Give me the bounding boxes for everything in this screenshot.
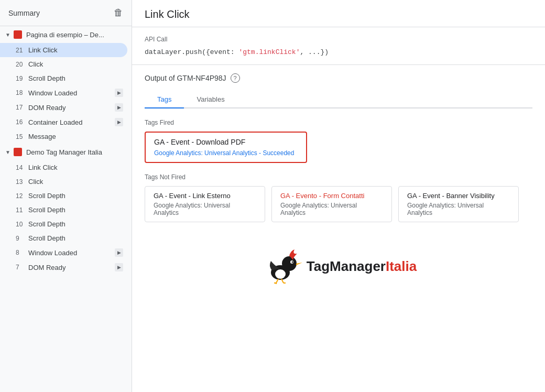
- main-panel: Link Click API Call dataLayer.push({even…: [132, 0, 545, 392]
- sidebar-item-16-container-loaded[interactable]: 16 Container Loaded ▶: [0, 115, 132, 129]
- logo-text-main: TagManager: [307, 258, 386, 274]
- badge-icon: ▶: [115, 118, 123, 126]
- tab-tags[interactable]: Tags: [145, 91, 184, 108]
- item-label: Click: [28, 178, 123, 186]
- tag-not-fired-card-2[interactable]: GA - Event - Banner Visibility Google An…: [398, 186, 519, 222]
- main-content: API Call dataLayer.push({event: 'gtm.lin…: [132, 27, 545, 392]
- code-prefix: dataLayer.push({event:: [145, 48, 238, 56]
- badge-icon: ▶: [115, 248, 123, 257]
- page-title: Link Click: [145, 8, 532, 20]
- item-num: 10: [16, 221, 28, 228]
- chevron-down-icon: ▼: [5, 32, 10, 38]
- tags-fired-label: Tags Fired: [145, 119, 532, 126]
- tabs: Tags Variables: [145, 91, 532, 108]
- sidebar-item-8-window-loaded[interactable]: 8 Window Loaded ▶: [0, 245, 132, 260]
- sidebar-item-13-click[interactable]: 13 Click: [0, 175, 132, 189]
- item-num: 8: [16, 249, 28, 256]
- group2-icon: [14, 148, 22, 156]
- svg-line-5: [276, 279, 278, 283]
- group2-items: 14 Link Click 13 Click 12 Scroll Depth 1…: [0, 160, 132, 275]
- item-label: DOM Ready: [28, 104, 113, 112]
- item-label: DOM Ready: [28, 264, 113, 271]
- item-num: 20: [16, 61, 28, 68]
- badge-icon: ▶: [115, 263, 123, 271]
- badge-icon: ▶: [115, 89, 123, 97]
- api-call-section: API Call dataLayer.push({event: 'gtm.lin…: [132, 27, 545, 65]
- item-label: Window Loaded: [28, 249, 113, 257]
- item-label: Scroll Depth: [28, 74, 123, 82]
- item-num: 14: [16, 164, 28, 171]
- item-label: Window Loaded: [28, 89, 113, 97]
- output-title: Output of GTM-NF4P98J: [145, 74, 226, 82]
- group1-items: 21 Link Click 20 Click 19 Scroll Depth 1…: [0, 43, 132, 144]
- tag-not-fired-card-1[interactable]: GA - Evento - Form Contatti Google Analy…: [271, 186, 392, 222]
- item-num: 18: [16, 89, 28, 96]
- group1-icon: [14, 30, 22, 39]
- item-num: 7: [16, 264, 28, 271]
- tag-not-fired-card-0[interactable]: GA - Event - Link Esterno Google Analyti…: [145, 186, 265, 222]
- sidebar-item-9-scroll-depth[interactable]: 9 Scroll Depth: [0, 231, 132, 245]
- sidebar: Summary 🗑 ▼ Pagina di esempio – De... 21…: [0, 0, 132, 392]
- svg-point-4: [291, 262, 293, 263]
- tag-not-fired-name-0: GA - Event - Link Esterno: [154, 192, 256, 200]
- sidebar-item-14-link-click[interactable]: 14 Link Click: [0, 160, 132, 175]
- sidebar-title: Summary: [8, 9, 40, 17]
- item-label: Scroll Depth: [28, 220, 123, 228]
- tag-not-fired-desc-1: Google Analytics: Universal Analytics: [280, 202, 383, 216]
- logo-text-accent: Italia: [386, 258, 417, 274]
- output-section: Output of GTM-NF4P98J ? Tags Variables T…: [132, 65, 545, 308]
- code-suffix: , ...}): [300, 48, 329, 56]
- tag-not-fired-desc-0: Google Analytics: Universal Analytics: [154, 202, 256, 216]
- item-label: Scroll Depth: [28, 234, 123, 242]
- svg-point-2: [282, 256, 297, 271]
- tag-not-fired-name-2: GA - Event - Banner Visibility: [407, 192, 510, 200]
- item-num: 21: [16, 47, 28, 54]
- tag-not-fired-desc-2: Google Analytics: Universal Analytics: [407, 202, 510, 216]
- group1-header[interactable]: ▼ Pagina di esempio – De...: [0, 26, 132, 43]
- code-string: 'gtm.linkClick': [238, 48, 300, 56]
- sidebar-item-11-scroll-depth[interactable]: 11 Scroll Depth: [0, 203, 132, 217]
- sidebar-item-17-dom-ready[interactable]: 17 DOM Ready ▶: [0, 100, 132, 115]
- item-label: Message: [28, 133, 123, 140]
- sidebar-item-21-link-click[interactable]: 21 Link Click: [0, 43, 127, 57]
- logo-area: TagManagerItalia: [145, 233, 532, 300]
- logo-text: TagManagerItalia: [307, 258, 417, 275]
- item-num: 15: [16, 133, 28, 140]
- api-call-code: dataLayer.push({event: 'gtm.linkClick', …: [145, 48, 532, 56]
- output-header: Output of GTM-NF4P98J ?: [145, 73, 532, 83]
- item-label: Link Click: [28, 46, 119, 54]
- svg-point-1: [275, 269, 286, 279]
- badge-icon: ▶: [115, 103, 123, 112]
- tab-variables[interactable]: Variables: [184, 91, 237, 108]
- tag-fired-card[interactable]: GA - Event - Download PDF Google Analyti…: [145, 132, 307, 163]
- sidebar-item-7-dom-ready[interactable]: 7 DOM Ready ▶: [0, 260, 132, 275]
- help-icon[interactable]: ?: [231, 73, 240, 83]
- chevron-down-icon: ▼: [5, 149, 10, 155]
- group2-header[interactable]: ▼ Demo Tag Manager Italia: [0, 144, 132, 160]
- main-header: Link Click: [132, 0, 545, 27]
- tags-not-fired-grid: GA - Event - Link Esterno Google Analyti…: [145, 186, 532, 222]
- item-num: 16: [16, 118, 28, 126]
- item-num: 12: [16, 192, 28, 200]
- sidebar-item-18-window-loaded[interactable]: 18 Window Loaded ▶: [0, 85, 132, 100]
- tags-not-fired-label: Tags Not Fired: [145, 173, 532, 181]
- item-num: 9: [16, 235, 28, 242]
- item-label: Click: [28, 60, 123, 68]
- item-num: 13: [16, 178, 28, 186]
- sidebar-item-20-click[interactable]: 20 Click: [0, 57, 132, 71]
- sidebar-item-15-message[interactable]: 15 Message: [0, 129, 132, 144]
- sidebar-item-10-scroll-depth[interactable]: 10 Scroll Depth: [0, 217, 132, 231]
- delete-icon[interactable]: 🗑: [114, 7, 123, 18]
- item-num: 19: [16, 75, 28, 82]
- sidebar-item-19-scroll-depth[interactable]: 19 Scroll Depth: [0, 71, 132, 85]
- sidebar-item-12-scroll-depth[interactable]: 12 Scroll Depth: [0, 189, 132, 203]
- tag-fired-desc: Google Analytics: Universal Analytics - …: [154, 149, 298, 157]
- item-num: 11: [16, 206, 28, 214]
- item-label: Scroll Depth: [28, 192, 123, 200]
- item-label: Link Click: [28, 164, 123, 171]
- group2-label: Demo Tag Manager Italia: [26, 148, 102, 156]
- group1-label: Pagina di esempio – De...: [26, 31, 104, 39]
- item-label: Container Loaded: [28, 118, 113, 126]
- sidebar-header: Summary 🗑: [0, 0, 132, 26]
- tag-not-fired-name-1: GA - Evento - Form Contatti: [280, 192, 383, 200]
